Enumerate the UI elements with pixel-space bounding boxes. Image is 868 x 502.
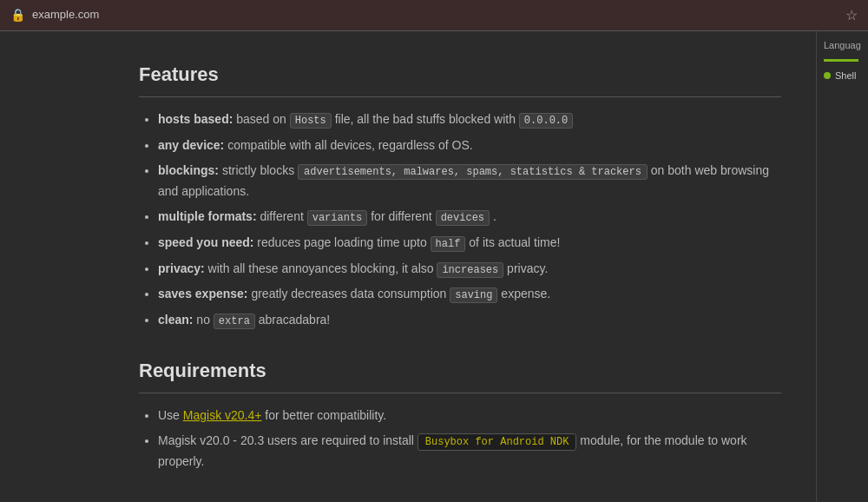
browser-bar: 🔒 example.com ☆	[0, 0, 868, 31]
feature-item-privacy: privacy: with all these annoyances block…	[158, 259, 781, 280]
requirement-item-magisk: Use Magisk v20.4+ for better compatibili…	[158, 406, 781, 426]
code-saving: saving	[450, 287, 497, 303]
code-blockings: advertisements, malwares, spams, statist…	[298, 164, 648, 180]
requirements-title: Requirements	[139, 355, 781, 386]
feature-item-blockings: blockings: strictly blocks advertisement…	[158, 161, 781, 201]
feature-item-clean: clean: no extra abracadabra!	[158, 310, 781, 331]
feature-label-hosts: hosts based:	[158, 112, 233, 126]
feature-label-saves: saves expense:	[158, 287, 248, 301]
feature-label-privacy: privacy:	[158, 261, 205, 275]
magisk-link[interactable]: Magisk v20.4+	[183, 408, 262, 422]
code-ip: 0.0.0.0	[519, 113, 573, 129]
feature-label-anydevice: any device:	[158, 138, 224, 152]
sidebar-progress-bar	[824, 59, 858, 62]
features-list: hosts based: based on Hosts file, all th…	[139, 109, 781, 331]
code-devices: devices	[436, 210, 490, 226]
requirement-item-busybox: Magisk v20.0 - 20.3 users are required t…	[158, 431, 781, 472]
sidebar-language-label: Languag	[824, 38, 861, 54]
sidebar-item-shell[interactable]: Shell	[824, 69, 861, 84]
feature-label-blockings: blockings:	[158, 163, 219, 177]
feature-item-anydevice: any device: compatible with all devices,…	[158, 135, 781, 155]
code-variants: variants	[307, 210, 368, 226]
main-content: Features hosts based: based on Hosts fil…	[0, 31, 816, 502]
code-half: half	[431, 236, 466, 252]
code-hosts: Hosts	[290, 113, 332, 129]
features-divider	[139, 96, 781, 97]
sidebar-dot-icon	[824, 72, 831, 79]
lock-icon: 🔒	[10, 5, 25, 24]
feature-item-hosts: hosts based: based on Hosts file, all th…	[158, 109, 781, 130]
sidebar: Languag Shell	[816, 31, 868, 502]
feature-label-clean: clean:	[158, 313, 193, 327]
feature-item-saves: saves expense: greatly decreases data co…	[158, 284, 781, 305]
code-busybox: Busybox for Android NDK	[418, 433, 577, 451]
code-increases: increases	[437, 262, 503, 278]
feature-item-speed: speed you need: reduces page loading tim…	[158, 233, 781, 254]
url-bar[interactable]: example.com	[32, 6, 838, 24]
requirements-list: Use Magisk v20.4+ for better compatibili…	[139, 406, 781, 472]
requirements-divider	[139, 393, 781, 393]
feature-item-formats: multiple formats: different variants for…	[158, 207, 781, 228]
bookmark-icon[interactable]: ☆	[845, 4, 858, 27]
run-title: Run	[139, 496, 781, 502]
features-title: Features	[139, 59, 781, 89]
code-extra: extra	[214, 314, 255, 329]
sidebar-shell-label: Shell	[835, 69, 856, 84]
feature-label-formats: multiple formats:	[158, 209, 257, 223]
feature-label-speed: speed you need:	[158, 235, 253, 249]
